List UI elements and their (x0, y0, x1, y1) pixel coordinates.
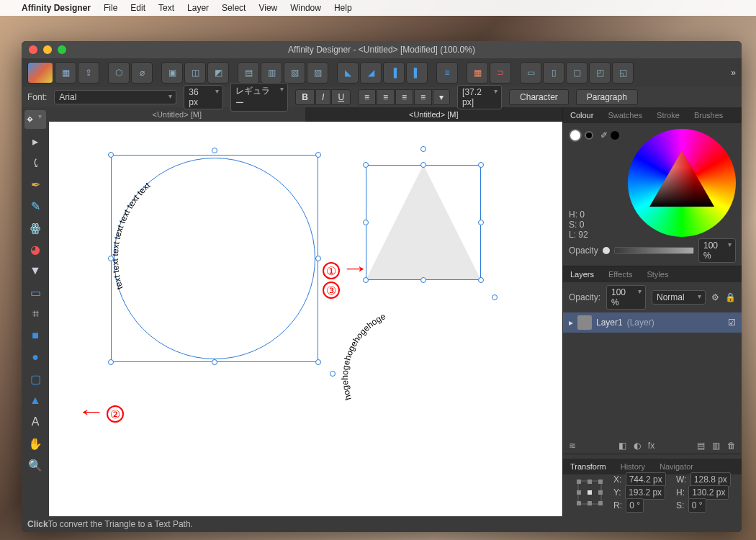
stroke-swatch[interactable] (585, 131, 593, 140)
new-pixel-layer-icon[interactable]: ▥ (712, 441, 720, 451)
zoom-tool-icon[interactable]: 🔍 (24, 456, 46, 474)
character-button[interactable]: Character (509, 89, 569, 105)
r-field[interactable]: 0 ° (626, 498, 644, 513)
font-select[interactable]: Arial (54, 90, 176, 104)
rotate-ccw-icon[interactable]: ▐ (383, 62, 405, 84)
tab-brushes[interactable]: Brushes (687, 107, 730, 123)
arrange-front-icon[interactable]: ▤ (238, 62, 259, 84)
tab-styles[interactable]: Styles (639, 266, 675, 282)
tab-stroke[interactable]: Stroke (649, 107, 687, 123)
transparency-tool-icon[interactable]: ▼ (24, 261, 46, 280)
triangle-shape[interactable] (366, 165, 481, 280)
group-icon[interactable]: ▭ (520, 62, 541, 84)
s-field[interactable]: 0 ° (688, 498, 706, 513)
arrange-backward-icon[interactable]: ▧ (284, 62, 305, 84)
disclosure-icon[interactable]: ▸ (569, 318, 573, 328)
add-icon[interactable]: ▢ (566, 62, 588, 84)
node-tool-icon[interactable]: ▸ (24, 132, 46, 150)
select-prev-icon[interactable]: ◫ (184, 62, 206, 84)
lock-icon[interactable]: 🔒 (725, 292, 736, 302)
trash-icon[interactable]: 🗑 (727, 441, 736, 451)
tab-swatches[interactable]: Swatches (600, 107, 649, 123)
select-all-icon[interactable]: ▣ (161, 62, 183, 84)
close-icon[interactable] (29, 45, 37, 54)
new-layer-icon[interactable]: ⬡ (108, 62, 130, 84)
menu-window[interactable]: Window (290, 3, 321, 13)
persona-designer-icon[interactable] (27, 62, 53, 84)
traffic-lights[interactable] (29, 45, 66, 54)
persona-pixel-icon[interactable]: ▦ (55, 62, 76, 84)
colour-wheel[interactable] (628, 129, 736, 237)
snap-magnet-icon[interactable]: ⊃ (490, 62, 511, 84)
align-justify-icon[interactable]: ≡ (414, 89, 432, 105)
opacity-value[interactable]: 100 % (698, 238, 736, 263)
text-on-arc[interactable]: hogehogehogehogehoge (330, 305, 495, 420)
menu-file[interactable]: File (104, 3, 117, 13)
text-tool-icon[interactable]: A (24, 413, 46, 431)
y-field[interactable]: 193.2 px (625, 485, 665, 500)
crop-tool-icon[interactable]: ⌗ (24, 305, 46, 323)
flip-h-icon[interactable]: ◣ (337, 62, 359, 84)
move-tool-icon[interactable]: ⌖ (24, 110, 46, 129)
mask-icon[interactable]: ◧ (618, 441, 626, 451)
corner-tool-icon[interactable]: ⤹ (24, 153, 46, 172)
paragraph-button[interactable]: Paragraph (576, 89, 638, 105)
triangle-tool-icon[interactable]: ▲ (24, 391, 46, 410)
anchor-picker[interactable] (569, 474, 611, 510)
menu-help[interactable]: Help (334, 3, 352, 13)
arrange-forward-icon[interactable]: ▥ (261, 62, 282, 84)
underline-button[interactable]: U (331, 89, 351, 105)
ungroup-icon[interactable]: ▯ (543, 62, 564, 84)
align-center-icon[interactable]: ≡ (377, 89, 395, 105)
tab-transform[interactable]: Transform (563, 459, 613, 474)
menu-edit[interactable]: Edit (130, 3, 145, 13)
align-left-icon[interactable]: ≡ (358, 89, 376, 105)
pan-tool-icon[interactable]: ✋ (24, 434, 46, 453)
leading-select[interactable]: [37.2 px] (457, 85, 502, 109)
blend-mode-select[interactable]: Normal (652, 290, 706, 305)
italic-button[interactable]: I (315, 89, 330, 105)
adjustment-icon[interactable]: ◐ (634, 441, 641, 451)
toolbar-overflow-icon[interactable]: » (731, 68, 736, 78)
new-layer-icon[interactable]: ▤ (697, 441, 705, 451)
rounded-rect-tool-icon[interactable]: ▢ (24, 369, 46, 388)
x-field[interactable]: 744.2 px (626, 472, 666, 487)
intersect-icon[interactable]: ◱ (612, 62, 634, 84)
visibility-checkbox[interactable]: ☑ (728, 318, 736, 328)
layer-row[interactable]: ▸ Layer1 (Layer) ☑ (563, 312, 742, 333)
tab-effects[interactable]: Effects (601, 266, 639, 282)
brush-tool-icon[interactable]: ꙮ (24, 218, 46, 237)
font-weight-select[interactable]: レギュラー (230, 83, 288, 112)
text-on-circle[interactable]: text text text text text text text (114, 158, 315, 359)
minimize-icon[interactable] (43, 45, 52, 54)
menu-layer[interactable]: Layer (187, 3, 209, 13)
subtract-icon[interactable]: ◰ (589, 62, 611, 84)
menu-select[interactable]: Select (222, 3, 246, 13)
fill-tool-icon[interactable]: ◕ (24, 240, 46, 258)
menu-view[interactable]: View (258, 3, 277, 13)
fill-swatch[interactable] (569, 129, 582, 142)
gear-icon[interactable]: ⚙ (711, 292, 719, 302)
rotate-cw-icon[interactable]: ▌ (406, 62, 428, 84)
align-icon[interactable]: ≡ (436, 62, 458, 84)
fx-icon[interactable]: fx (648, 441, 654, 451)
rectangle-tool-icon[interactable]: ■ (24, 326, 46, 345)
macos-menubar[interactable]: Affinity Designer File Edit Text Layer S… (0, 0, 756, 16)
select-next-icon[interactable]: ◩ (207, 62, 229, 84)
menu-text[interactable]: Text (158, 3, 174, 13)
delete-icon[interactable]: ⌀ (131, 62, 153, 84)
pen-tool-icon[interactable]: ✒ (24, 175, 46, 194)
w-field[interactable]: 128.8 px (690, 472, 731, 487)
place-image-tool-icon[interactable]: ▭ (24, 283, 46, 302)
app-name[interactable]: Affinity Designer (22, 3, 91, 13)
pencil-tool-icon[interactable]: ✎ (24, 197, 46, 215)
canvas[interactable]: text text text text text text text (49, 122, 562, 516)
flip-v-icon[interactable]: ◢ (360, 62, 382, 84)
bold-button[interactable]: B (295, 89, 315, 105)
align-right-icon[interactable]: ≡ (395, 89, 413, 105)
doctab-2[interactable]: <Untitled> [M] (306, 107, 563, 122)
zoom-icon[interactable] (58, 45, 66, 54)
tab-layers[interactable]: Layers (563, 266, 601, 282)
arrange-back-icon[interactable]: ▨ (307, 62, 328, 84)
opacity-knob-icon[interactable] (603, 247, 610, 254)
